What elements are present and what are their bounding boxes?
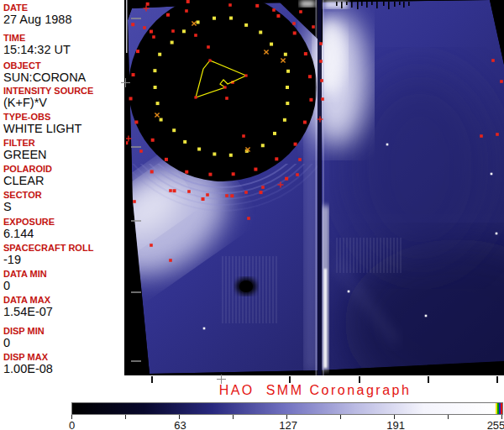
fiducial-dot <box>151 139 155 142</box>
fiducial-dot <box>496 133 499 136</box>
field-object: OBJECTSUN:CORONA <box>3 60 121 84</box>
fiducial-dot <box>156 102 160 105</box>
fiducial-dot <box>129 97 133 100</box>
occulting-disk <box>129 0 317 181</box>
fiducial-dot <box>146 3 150 6</box>
fiducial-dot <box>259 30 262 34</box>
fiducial-dot <box>166 13 170 17</box>
fiducial-dot <box>296 173 299 176</box>
field-value: 27 Aug 1988 <box>3 13 121 26</box>
field-label: TYPE-OBS <box>3 112 121 122</box>
field-label: INTENSITY SOURCE <box>3 86 121 96</box>
left-edge-plus-marker <box>121 78 130 87</box>
fiducial-dot <box>309 98 312 102</box>
bottom-edge-plus-marker <box>217 375 226 384</box>
fiducial-dot <box>213 152 216 155</box>
image-title: HAO SMM Coronagraph <box>126 383 504 398</box>
fiducial-dot <box>480 134 483 138</box>
fiducial-dot <box>312 25 315 29</box>
fiducial-dot <box>348 291 350 293</box>
fiducial-dot <box>208 173 212 176</box>
fiducial-dot <box>286 102 289 105</box>
field-label: DISP MIN <box>3 326 121 336</box>
field-value: (K+F)*V <box>3 97 121 109</box>
field-value: 0 <box>3 280 121 292</box>
fiducial-dot <box>182 29 186 33</box>
coronagraph-image <box>126 0 504 375</box>
field-label: DATA MIN <box>3 269 121 279</box>
field-value: GREEN <box>3 149 121 161</box>
field-value: 1.00E-08 <box>3 363 121 375</box>
fiducial-dot <box>491 173 493 176</box>
fiducial-dot <box>242 134 245 138</box>
colorbar-label: 0 <box>69 419 75 430</box>
fiducial-dot <box>286 70 290 73</box>
fiducial-dot <box>171 41 174 45</box>
field-intensity-source: INTENSITY SOURCE(K+F)*V <box>3 86 121 109</box>
fiducial-dot <box>160 118 163 122</box>
fiducial-dot <box>194 96 197 98</box>
field-value: S <box>3 201 121 213</box>
fiducial-dot <box>132 73 135 76</box>
colorbar-end-stripe <box>501 403 502 414</box>
fiducial-dot <box>131 23 134 26</box>
field-polaroid: POLAROIDCLEAR <box>3 164 121 187</box>
fiducial-dot <box>425 315 428 317</box>
fiducial-dot <box>225 97 228 100</box>
fiducial-dot <box>208 59 211 61</box>
field-sector: SECTORS <box>3 190 121 213</box>
fiducial-dot <box>186 0 190 3</box>
intensity-colorbar <box>71 402 503 415</box>
colorbar-gradient <box>72 403 496 414</box>
field-value: 6.144 <box>3 228 121 240</box>
fiducial-dot <box>244 74 247 76</box>
colorbar-label: 191 <box>386 419 405 430</box>
fiducial-dot <box>319 42 323 45</box>
field-value: WHITE LIGHT <box>3 123 121 135</box>
fiducial-dot <box>285 177 288 181</box>
field-exposure: EXPOSURE6.144 <box>3 217 121 240</box>
fiducial-dot <box>225 194 228 197</box>
fiducial-dot <box>185 9 188 13</box>
fiducial-dot <box>150 30 153 34</box>
fiducial-dot <box>185 170 188 174</box>
field-value: -19 <box>3 254 121 266</box>
fiducial-dot <box>286 86 289 89</box>
fiducial-dot <box>154 86 157 89</box>
fiducial-dot <box>150 244 153 247</box>
fiducial-dot <box>153 69 156 72</box>
field-data-max: DATA MAX1.54E-07 <box>3 295 121 318</box>
fiducial-dot <box>206 193 209 197</box>
fiducial-dot <box>261 186 265 189</box>
coronagraph-canvas <box>126 0 504 375</box>
fiducial-dot <box>172 128 176 132</box>
fiducial-dot <box>386 144 389 146</box>
fiducial-dot <box>270 43 273 46</box>
colorbar-label: 63 <box>174 419 186 430</box>
field-disp-min: DISP MIN0 <box>3 326 121 349</box>
fiducial-dot <box>319 60 323 63</box>
field-label: POLAROID <box>3 164 121 174</box>
field-disp-max: DISP MAX1.00E-08 <box>3 352 121 375</box>
fiducial-dot <box>187 190 191 193</box>
fiducial-dot <box>292 22 296 25</box>
fiducial-dot <box>275 157 278 160</box>
fiducial-dot <box>229 17 233 20</box>
fiducial-dot <box>491 59 495 62</box>
fiducial-dot <box>194 34 197 37</box>
fiducial-dot <box>230 194 234 197</box>
field-label: OBJECT <box>3 60 121 71</box>
fiducial-dot <box>500 80 503 83</box>
fiducial-dot <box>299 10 302 13</box>
field-data-min: DATA MIN0 <box>3 269 121 292</box>
field-value: 1.54E-07 <box>3 306 121 318</box>
fiducial-dot <box>197 20 200 24</box>
fiducial-dot <box>260 191 263 194</box>
field-spacecraft-roll: SPACECRAFT ROLL-19 <box>3 243 121 266</box>
colorbar-label: 127 <box>279 419 297 430</box>
field-label: SECTOR <box>3 190 121 200</box>
fiducial-dot <box>133 200 136 203</box>
field-filter: FILTERGREEN <box>3 138 121 161</box>
fiducial-dot <box>496 233 498 235</box>
fiducial-dot <box>169 189 172 192</box>
